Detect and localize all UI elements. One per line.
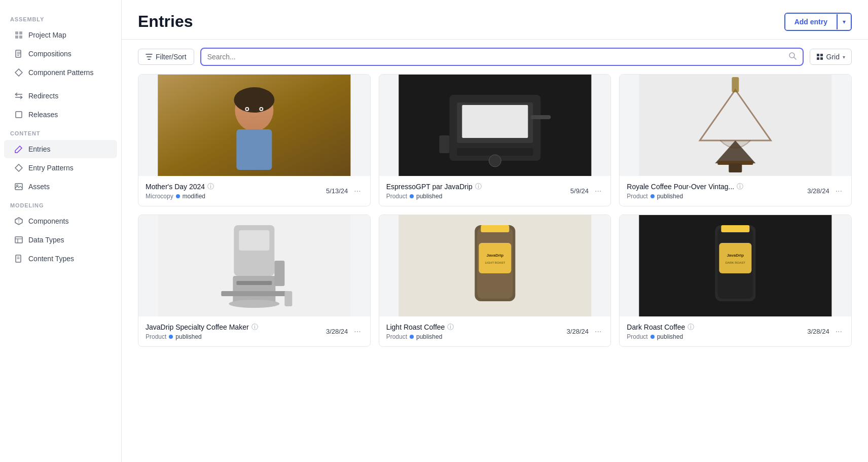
entry-footer-light-roast: Light Roast Coffee ⓘProduct published3/2… [379, 316, 611, 346]
sidebar-label-project-map: Project Map [28, 31, 66, 39]
status-dot [650, 194, 655, 198]
info-icon[interactable]: ⓘ [447, 323, 454, 332]
sidebar-item-entries[interactable]: Entries [4, 140, 117, 158]
sidebar-item-content-types[interactable]: Content Types [4, 250, 117, 268]
image-icon [14, 182, 23, 191]
svg-rect-1 [19, 31, 22, 34]
svg-rect-56 [729, 163, 742, 172]
status-label: published [416, 193, 442, 200]
entry-footer-javadrip-maker: JavaDrip Specialty Coffee Maker ⓘProduct… [138, 316, 370, 346]
entry-card-espresso-gpt[interactable]: EspressoGPT par JavaDrip ⓘProduct publis… [379, 74, 611, 206]
entry-footer-mothers-day: Mother's Day 2024 ⓘMicrocopy modified5/1… [138, 176, 370, 206]
info-icon[interactable]: ⓘ [207, 182, 214, 191]
svg-marker-8 [15, 69, 22, 76]
view-toggle-button[interactable]: Grid ▾ [810, 49, 852, 65]
entry-type: Product [386, 333, 407, 340]
status-label: published [416, 333, 442, 340]
status-dot [410, 194, 414, 198]
sidebar-label-compositions: Compositions [28, 50, 71, 58]
svg-point-38 [234, 87, 274, 113]
svg-rect-72 [481, 225, 509, 232]
entry-card-dark-roast[interactable]: JavaDrip DARK ROAST Dark Roast Coffee ⓘP… [619, 215, 852, 347]
entry-more-button[interactable]: ··· [352, 326, 363, 337]
entry-date: 3/28/24 [807, 328, 829, 335]
entry-type: Product [627, 333, 647, 340]
pen-icon [14, 145, 23, 154]
grid-icon [14, 30, 23, 40]
entry-title-text: Light Roast Coffee [386, 323, 445, 331]
svg-rect-17 [15, 184, 22, 190]
svg-rect-59 [239, 230, 269, 251]
page-title: Entries [138, 12, 193, 31]
sidebar-item-data-types[interactable]: Data Types [4, 231, 117, 249]
sidebar-item-components[interactable]: Components [4, 212, 117, 230]
card-info: EspressoGPT par JavaDrip ⓘProduct publis… [386, 182, 570, 200]
entries-grid: Mother's Day 2024 ⓘMicrocopy modified5/1… [122, 74, 868, 462]
info-icon[interactable]: ⓘ [737, 182, 743, 191]
entry-more-button[interactable]: ··· [593, 186, 603, 197]
entry-image-espresso-gpt [379, 75, 611, 176]
arrows-icon [14, 91, 23, 100]
svg-rect-64 [274, 261, 284, 286]
card-meta: Product published [386, 193, 570, 200]
svg-rect-15 [16, 112, 22, 118]
svg-rect-33 [820, 57, 823, 60]
entry-card-mothers-day[interactable]: Mother's Day 2024 ⓘMicrocopy modified5/1… [138, 74, 371, 206]
status-label: modified [183, 193, 205, 200]
sidebar-item-redirects[interactable]: Redirects [4, 87, 117, 105]
section-label-assembly: ASSEMBLY [0, 10, 121, 25]
sidebar-label-releases: Releases [28, 111, 58, 119]
entry-image-light-roast: JavaDrip LIGHT ROAST [379, 215, 611, 316]
entry-card-royale-pourover[interactable]: Royale Coffee Pour-Over Vintag... ⓘProdu… [619, 74, 852, 206]
sidebar-item-assets[interactable]: Assets [4, 177, 117, 196]
svg-point-50 [489, 155, 501, 167]
add-entry-chevron[interactable]: ▾ [837, 14, 851, 29]
card-title: Light Roast Coffee ⓘ [386, 323, 567, 332]
file-text-icon [14, 49, 23, 58]
info-icon[interactable]: ⓘ [688, 323, 694, 332]
entry-card-javadrip-maker[interactable]: JavaDrip Specialty Coffee Maker ⓘProduct… [138, 215, 371, 347]
entry-more-button[interactable]: ··· [593, 326, 603, 337]
sidebar-label-entries: Entries [28, 145, 51, 153]
svg-rect-32 [817, 57, 819, 60]
entry-more-button[interactable]: ··· [352, 186, 363, 197]
info-icon[interactable]: ⓘ [475, 182, 482, 191]
entry-more-button[interactable]: ··· [834, 186, 844, 197]
card-meta: Microcopy modified [146, 193, 326, 200]
entry-footer-royale-pourover: Royale Coffee Pour-Over Vintag... ⓘProdu… [620, 176, 851, 206]
sidebar-item-entry-patterns[interactable]: Entry Patterns [4, 159, 117, 177]
entry-title-text: Mother's Day 2024 [146, 183, 205, 191]
svg-rect-69 [479, 243, 511, 273]
entry-more-button[interactable]: ··· [834, 326, 844, 337]
search-input[interactable] [207, 53, 784, 61]
svg-point-63 [229, 300, 279, 308]
svg-rect-0 [15, 31, 18, 34]
section-label-modeling: MODELING [0, 196, 121, 211]
toolbar: Filter/Sort Grid ▾ [122, 40, 868, 74]
entry-card-light-roast[interactable]: JavaDrip LIGHT ROAST Light Roast Coffee … [379, 215, 611, 347]
info-icon[interactable]: ⓘ [251, 323, 258, 332]
svg-rect-65 [284, 291, 292, 306]
main-content: Entries Add entry ▾ Filter/Sort Grid ▾ [122, 0, 868, 462]
filter-sort-button[interactable]: Filter/Sort [138, 49, 194, 65]
add-entry-button[interactable]: Add entry [785, 14, 837, 30]
sidebar-item-releases[interactable]: Releases [4, 105, 117, 124]
card-info: Mother's Day 2024 ⓘMicrocopy modified [146, 182, 326, 200]
status-dot [169, 335, 173, 339]
entry-date: 3/28/24 [326, 328, 348, 335]
svg-rect-53 [732, 77, 739, 92]
entry-date: 5/13/24 [326, 187, 348, 195]
sidebar-item-project-map[interactable]: Project Map [4, 26, 117, 44]
section-label-content: CONTENT [0, 124, 121, 139]
sidebar-label-assets: Assets [28, 183, 50, 191]
sidebar-item-component-patterns[interactable]: Component Patterns [4, 63, 117, 82]
sidebar-item-compositions[interactable]: Compositions [4, 45, 117, 63]
svg-rect-22 [15, 237, 22, 243]
entry-footer-dark-roast: Dark Roast Coffee ⓘProduct published3/28… [620, 316, 851, 346]
status-label: published [657, 333, 683, 340]
cube-icon [14, 217, 23, 226]
svg-rect-37 [236, 129, 272, 170]
search-box [200, 48, 804, 66]
releases-icon [14, 110, 23, 119]
svg-text:LIGHT ROAST: LIGHT ROAST [485, 261, 505, 264]
